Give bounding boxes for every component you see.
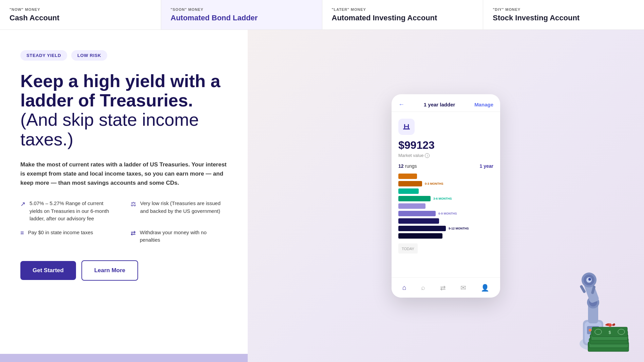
phone-title: 1 year ladder	[424, 102, 455, 107]
feature-yield-text: 5.07% – 5.27% Range of current yields on…	[30, 200, 117, 223]
phone-back-button[interactable]: ←	[398, 101, 404, 108]
left-panel: STEADY YIELD LOW RISK Keep a high yield …	[0, 30, 248, 362]
bar-7	[398, 218, 439, 224]
phone-mockup: ← 1 year ladder Manage $99123 Market val…	[392, 94, 500, 298]
home-icon[interactable]: ⌂	[402, 284, 406, 291]
bar-row-9	[398, 233, 493, 239]
rungs-count: 12	[398, 163, 404, 169]
svg-rect-0	[403, 128, 410, 129]
learn-more-button[interactable]: Learn More	[81, 260, 138, 281]
nav-title-stock: Stock Investing Account	[493, 14, 634, 22]
bar-label-0-3: 0-3 MONTHS	[425, 182, 443, 185]
balance-icon: ⚖	[131, 200, 136, 208]
phone-manage-button[interactable]: Manage	[474, 102, 493, 107]
bar-row-7	[398, 218, 493, 224]
top-nav: "NOW" MONEY Cash Account "SOON" MONEY Au…	[0, 0, 644, 30]
nav-item-investing[interactable]: "LATER" MONEY Automated Investing Accoun…	[322, 0, 484, 29]
bar-4	[398, 196, 431, 201]
bar-6	[398, 211, 436, 216]
tax-icon: ≡	[20, 229, 24, 237]
feature-withdraw: ⇄ Withdraw your money with no penalties	[131, 229, 227, 244]
bottom-accent-bar	[0, 354, 248, 362]
bar-3	[398, 188, 419, 194]
feature-yield: ↗ 5.07% – 5.27% Range of current yields …	[20, 200, 117, 223]
bar-9	[398, 233, 442, 239]
nav-title-cash: Cash Account	[10, 14, 151, 22]
nav-title-investing: Automated Investing Account	[332, 14, 474, 22]
cta-buttons: Get Started Learn More	[20, 260, 227, 281]
svg-text:$: $	[609, 330, 611, 335]
headline-light: (And skip state income taxes.)	[20, 110, 199, 149]
phone-header: ← 1 year ladder Manage	[392, 94, 500, 112]
bar-label-9-12: 9-12 MONTHS	[449, 227, 469, 230]
nav-label-soon: "SOON" MONEY	[171, 7, 312, 12]
feature-no-tax-text: Pay $0 in state income taxes	[28, 229, 93, 237]
bar-1	[398, 174, 417, 179]
headline: Keep a high yield with a ladder of Treas…	[20, 72, 227, 149]
bar-row-2: 0-3 MONTHS	[398, 181, 493, 186]
phone-rungs: 12 rungs	[398, 163, 417, 169]
right-panel: ← 1 year ladder Manage $99123 Market val…	[248, 30, 644, 362]
feature-low-risk: ⚖ Very low risk (Treasuries are issued a…	[131, 200, 227, 223]
badge-steady-yield: STEADY YIELD	[20, 50, 67, 61]
bar-row-6: 6-9 MONTHS	[398, 211, 493, 216]
transfer-nav-icon[interactable]: ⇄	[440, 284, 446, 292]
svg-rect-3	[404, 126, 409, 127]
yield-icon: ↗	[20, 200, 25, 208]
bar-row-5	[398, 203, 493, 209]
transfer-icon: ⇄	[131, 229, 136, 237]
badge-row: STEADY YIELD LOW RISK	[20, 50, 227, 61]
bar-label-3-6: 3-6 MONTHS	[433, 197, 452, 200]
phone-account-icon	[398, 119, 415, 135]
svg-point-33	[608, 323, 612, 327]
subtext: Make the most of current rates with a la…	[20, 160, 227, 188]
phone-body: $99123 Market value i 12 rungs 1 year	[392, 112, 500, 248]
nav-title-bond-ladder: Automated Bond Ladder	[171, 14, 312, 22]
feature-low-risk-text: Very low risk (Treasuries are issued and…	[140, 200, 227, 215]
bar-5	[398, 203, 425, 209]
bond-ladder-chart: 0-3 MONTHS 3-6 MONTHS 6-9 MONTHS	[398, 174, 493, 241]
feature-no-tax: ≡ Pay $0 in state income taxes	[20, 229, 117, 244]
feature-withdraw-text: Withdraw your money with no penalties	[140, 229, 227, 244]
nav-label-now: "NOW" MONEY	[10, 7, 151, 12]
phone-stats: 12 rungs 1 year	[398, 163, 493, 169]
nav-item-cash[interactable]: "NOW" MONEY Cash Account	[0, 0, 161, 29]
headline-bold: Keep a high yield with a ladder of Treas…	[20, 71, 220, 110]
svg-point-14	[588, 278, 591, 281]
get-started-button[interactable]: Get Started	[20, 261, 76, 280]
main-content: STEADY YIELD LOW RISK Keep a high yield …	[0, 30, 644, 362]
profile-icon[interactable]: 👤	[481, 284, 489, 292]
search-icon[interactable]: ⌕	[421, 284, 425, 291]
bar-row-3	[398, 188, 493, 194]
bar-2	[398, 181, 422, 186]
send-icon[interactable]: ✉	[460, 284, 466, 292]
bar-8	[398, 226, 446, 231]
phone-period: 1 year	[480, 163, 493, 169]
bar-row-4: 3-6 MONTHS	[398, 196, 493, 201]
money-stack: $	[586, 323, 630, 355]
nav-item-stock[interactable]: "DIY" MONEY Stock Investing Account	[483, 0, 644, 29]
rungs-label: rungs	[405, 163, 417, 169]
bar-row-1	[398, 174, 493, 179]
phone-bottom-nav: ⌂ ⌕ ⇄ ✉ 👤	[392, 277, 500, 298]
phone-amount: $99123	[398, 139, 493, 152]
bar-row-8: 9-12 MONTHS	[398, 226, 493, 231]
money-stack-svg: $	[586, 323, 630, 354]
badge-low-risk: LOW RISK	[71, 50, 107, 61]
phone-market-label: Market value i	[398, 153, 493, 158]
nav-item-bond-ladder[interactable]: "SOON" MONEY Automated Bond Ladder	[161, 0, 322, 29]
today-label: TODAY	[402, 247, 414, 251]
info-icon: i	[425, 153, 430, 158]
bar-label-6-9: 6-9 MONTHS	[438, 212, 457, 215]
nav-label-diy: "DIY" MONEY	[493, 7, 634, 12]
nav-label-later: "LATER" MONEY	[332, 7, 474, 12]
features-grid: ↗ 5.07% – 5.27% Range of current yields …	[20, 200, 227, 244]
